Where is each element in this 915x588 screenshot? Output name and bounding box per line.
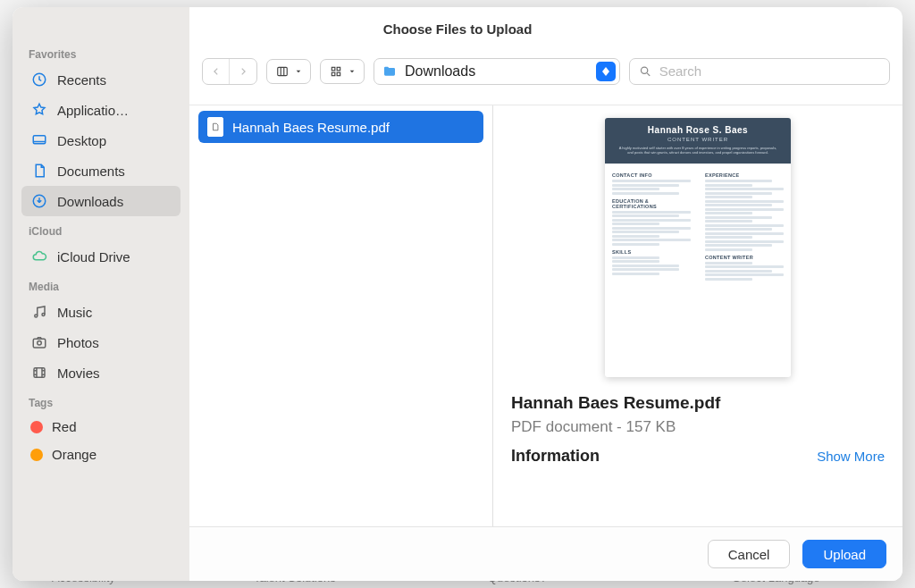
dialog-footer: Cancel Upload <box>189 526 902 581</box>
preview-filename: Hannah Baes Resume.pdf <box>511 393 885 413</box>
document-icon <box>30 162 48 180</box>
sidebar-item-recents[interactable]: Recents <box>21 64 180 95</box>
sidebar-item-label: Movies <box>57 365 100 381</box>
sidebar-item-label: Applicatio… <box>57 103 129 118</box>
doc-thumb-role: CONTENT WRITER <box>614 137 782 142</box>
film-icon <box>30 364 48 382</box>
tag-dot-icon <box>30 421 43 433</box>
sidebar-heading-icloud: iCloud <box>21 216 180 241</box>
svg-point-6 <box>38 341 42 346</box>
svg-rect-12 <box>337 72 340 76</box>
nav-buttons <box>202 58 257 85</box>
search-box[interactable] <box>629 58 890 85</box>
folder-icon <box>382 64 398 79</box>
sidebar-item-photos[interactable]: Photos <box>21 327 180 357</box>
sidebar-tag-orange[interactable]: Orange <box>21 441 180 468</box>
sidebar-item-icloud-drive[interactable]: iCloud Drive <box>21 241 180 272</box>
apps-icon <box>30 101 48 119</box>
desktop-icon <box>30 131 48 149</box>
cancel-button[interactable]: Cancel <box>708 540 791 568</box>
sidebar-item-downloads[interactable]: Downloads <box>21 186 180 216</box>
folder-path-dropdown[interactable]: Downloads <box>374 58 620 85</box>
file-dialog-window: Favorites Recents Applicatio… Desktop <box>13 7 902 581</box>
sidebar-item-music[interactable]: Music <box>21 297 180 327</box>
tag-dot-icon <box>30 449 43 461</box>
sidebar-item-label: Desktop <box>57 133 106 148</box>
svg-rect-1 <box>33 136 46 144</box>
chevron-down-icon <box>294 68 303 75</box>
doc-thumb-name: Hannah Rose S. Baes <box>614 125 782 135</box>
camera-icon <box>30 333 48 351</box>
svg-rect-7 <box>34 368 45 378</box>
search-input[interactable] <box>659 63 880 79</box>
sidebar-item-label: Red <box>52 419 77 434</box>
preview-info-heading: Information <box>511 447 600 466</box>
sidebar-item-label: Photos <box>57 335 99 350</box>
sidebar-item-documents[interactable]: Documents <box>21 155 180 186</box>
sidebar-tag-red[interactable]: Red <box>21 413 180 441</box>
search-icon <box>639 64 652 79</box>
music-icon <box>30 303 48 321</box>
svg-point-3 <box>35 315 38 317</box>
file-name: Hannah Baes Resume.pdf <box>232 120 390 135</box>
sidebar-item-label: iCloud Drive <box>57 249 130 265</box>
download-icon <box>30 192 48 210</box>
svg-rect-11 <box>332 72 335 76</box>
upload-button[interactable]: Upload <box>802 540 886 568</box>
file-row[interactable]: Hannah Baes Resume.pdf <box>198 111 483 143</box>
pdf-file-icon <box>207 117 223 137</box>
sidebar-item-label: Documents <box>57 164 125 179</box>
forward-button[interactable] <box>230 59 256 84</box>
grid-icon <box>328 65 344 78</box>
sidebar-item-label: Downloads <box>57 194 123 209</box>
chevron-down-icon <box>348 68 357 75</box>
sidebar-item-desktop[interactable]: Desktop <box>21 125 180 155</box>
svg-rect-8 <box>278 67 288 75</box>
back-button[interactable] <box>203 59 230 84</box>
svg-rect-10 <box>337 67 340 71</box>
svg-rect-5 <box>33 339 46 348</box>
preview-subtitle: PDF document - 157 KB <box>511 418 885 436</box>
sidebar-item-label: Orange <box>52 447 97 462</box>
sidebar: Favorites Recents Applicatio… Desktop <box>13 7 189 581</box>
sidebar-heading-favorites: Favorites <box>21 39 180 64</box>
sidebar-item-movies[interactable]: Movies <box>21 357 180 388</box>
folder-name: Downloads <box>405 63 475 80</box>
columns-icon <box>274 65 290 78</box>
view-mode-button[interactable] <box>266 59 311 84</box>
file-list: Hannah Baes Resume.pdf <box>189 105 493 526</box>
document-thumbnail: Hannah Rose S. Baes CONTENT WRITER A hig… <box>605 118 791 377</box>
sidebar-item-label: Music <box>57 305 92 320</box>
svg-point-13 <box>641 67 647 73</box>
sidebar-heading-media: Media <box>21 272 180 297</box>
arrange-button[interactable] <box>320 59 365 84</box>
svg-point-4 <box>42 314 45 316</box>
stepper-icon <box>596 62 616 81</box>
preview-pane: Hannah Rose S. Baes CONTENT WRITER A hig… <box>493 105 902 526</box>
show-more-link[interactable]: Show More <box>817 449 885 464</box>
clock-icon <box>30 71 48 88</box>
cloud-icon <box>30 248 48 265</box>
sidebar-item-label: Recents <box>57 72 106 88</box>
sidebar-item-applications[interactable]: Applicatio… <box>21 95 180 125</box>
toolbar: Downloads <box>189 50 902 105</box>
sidebar-heading-tags: Tags <box>21 388 180 413</box>
svg-rect-9 <box>332 67 335 71</box>
